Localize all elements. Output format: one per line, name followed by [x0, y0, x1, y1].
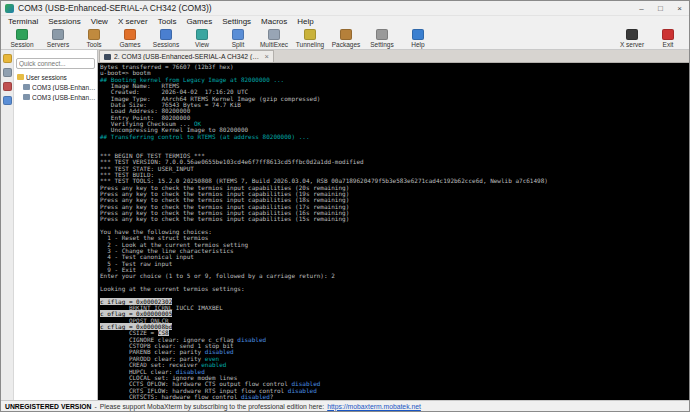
sessions-star-icon[interactable]	[3, 54, 12, 63]
split-button[interactable]: Split	[220, 28, 256, 48]
menu-bar: TerminalSessionsViewX serverToolsGamesSe…	[1, 16, 689, 27]
menu-item-view[interactable]: View	[86, 17, 113, 26]
split-screen-icon	[232, 29, 244, 40]
sidebar-tab-strip	[1, 50, 14, 400]
help-icon	[412, 29, 424, 40]
games-button[interactable]: Games	[112, 28, 148, 48]
maximize-button[interactable]: □	[651, 1, 670, 15]
toolbar-left-group: SessionServersToolsGamesSessionsViewSpli…	[4, 28, 436, 48]
unregistered-version-label: UNREGISTERED VERSION	[5, 403, 91, 410]
serial-icon	[23, 84, 30, 90]
menu-item-sessions[interactable]: Sessions	[43, 17, 85, 26]
servers-button[interactable]: Servers	[40, 28, 76, 48]
sessions-panel: User sessionsCOM3 (USB-Enhanced-SERIAL-A…	[14, 50, 98, 400]
tunnel-icon	[304, 29, 316, 40]
status-bar: UNREGISTERED VERSION - Please support Mo…	[1, 400, 689, 411]
sessions-grid-icon	[160, 29, 172, 40]
package-box-icon	[340, 29, 352, 40]
tab-close-icon[interactable]: ×	[265, 52, 269, 61]
session-button[interactable]: Session	[4, 28, 40, 48]
window-controls: – □ ×	[632, 1, 689, 15]
monitor-plus-icon	[16, 29, 28, 40]
app-icon	[5, 4, 14, 13]
menu-item-macros[interactable]: Macros	[256, 17, 292, 26]
menu-item-settings[interactable]: Settings	[217, 17, 256, 26]
tab-label: 2. COM3 (USB-Enhanced-SERIAL-A CH342 (CO…	[114, 53, 261, 60]
support-message: Please support MobaXterm by subscribing …	[100, 403, 324, 410]
exit-button[interactable]: Exit	[650, 28, 686, 48]
view-button[interactable]: View	[184, 28, 220, 48]
menu-item-terminal[interactable]: Terminal	[3, 17, 43, 26]
server-stack-icon	[52, 29, 64, 40]
tree-item-user-sessions[interactable]: User sessions	[14, 72, 97, 82]
title-bar: COM3 (USB-Enhanced-SERIAL-A CH342 (COM3)…	[1, 1, 689, 16]
menu-item-x-server[interactable]: X server	[113, 17, 153, 26]
settings-button[interactable]: Settings	[364, 28, 400, 48]
layout-view-icon	[196, 29, 208, 40]
tree-item-com3-2[interactable]: COM3 (USB-Enhanced-SERIAL-A CH342 (COM3)…	[14, 92, 97, 102]
close-button[interactable]: ×	[670, 1, 689, 15]
tunneling-button[interactable]: Tunneling	[292, 28, 328, 48]
help-button[interactable]: Help	[400, 28, 436, 48]
tree-item-com3-1[interactable]: COM3 (USB-Enhanced-SERIAL-A CH342 (COM3)…	[14, 82, 97, 92]
menu-item-games[interactable]: Games	[181, 17, 217, 26]
terminal-column: 2. COM3 (USB-Enhanced-SERIAL-A CH342 (CO…	[98, 50, 689, 400]
mobatek-link[interactable]: https://mobaxterm.mobatek.net	[327, 403, 421, 410]
menu-item-tools[interactable]: Tools	[153, 17, 182, 26]
status-separator: -	[94, 403, 96, 410]
packages-button[interactable]: Packages	[328, 28, 364, 48]
x-server-icon	[626, 29, 638, 40]
quick-connect	[14, 50, 97, 71]
terminal-output[interactable]: Bytes transferred = 76607 (12b3f hex)u-b…	[98, 63, 689, 400]
toolbar: SessionServersToolsGamesSessionsViewSpli…	[1, 27, 689, 50]
serial-icon	[23, 94, 30, 100]
tab-bar: 2. COM3 (USB-Enhanced-SERIAL-A CH342 (CO…	[98, 50, 689, 63]
toolbox-icon	[88, 29, 100, 40]
terminal-icon	[104, 54, 111, 60]
mobaxterm-window: COM3 (USB-Enhanced-SERIAL-A CH342 (COM3)…	[0, 0, 690, 412]
menu-item-help[interactable]: Help	[292, 17, 318, 26]
window-title: COM3 (USB-Enhanced-SERIAL-A CH342 (COM3)…	[18, 3, 632, 13]
tools-button[interactable]: Tools	[76, 28, 112, 48]
multiexec-button[interactable]: MultiExec	[256, 28, 292, 48]
x-server-button[interactable]: X server	[614, 28, 650, 48]
macros-record-icon[interactable]	[3, 82, 12, 91]
gamepad-icon	[124, 29, 136, 40]
toolbar-right-group: X serverExit	[614, 28, 686, 48]
folder-icon	[17, 74, 24, 80]
remote-monitor-icon[interactable]	[3, 96, 12, 105]
exit-door-icon	[662, 29, 674, 40]
sessions-tree: User sessionsCOM3 (USB-Enhanced-SERIAL-A…	[14, 71, 97, 102]
sessions-button[interactable]: Sessions	[148, 28, 184, 48]
main-area: User sessionsCOM3 (USB-Enhanced-SERIAL-A…	[1, 50, 689, 400]
quick-connect-input[interactable]	[16, 58, 95, 69]
multi-terminal-icon	[268, 29, 280, 40]
tools-wrench-icon[interactable]	[3, 68, 12, 77]
minimize-button[interactable]: –	[632, 1, 651, 15]
tab-com3[interactable]: 2. COM3 (USB-Enhanced-SERIAL-A CH342 (CO…	[99, 50, 274, 62]
gear-icon	[376, 29, 388, 40]
